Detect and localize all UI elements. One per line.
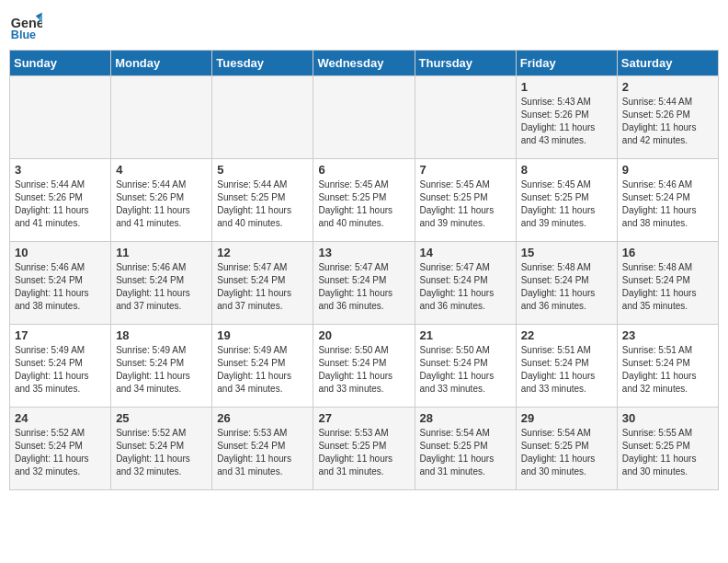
- day-number: 28: [420, 411, 511, 425]
- day-info: Sunrise: 5:50 AM Sunset: 5:24 PM Dayligh…: [318, 344, 409, 396]
- calendar-cell: 10Sunrise: 5:46 AM Sunset: 5:24 PM Dayli…: [10, 242, 111, 325]
- calendar-cell: 22Sunrise: 5:51 AM Sunset: 5:24 PM Dayli…: [516, 325, 617, 408]
- day-info: Sunrise: 5:49 AM Sunset: 5:24 PM Dayligh…: [217, 344, 308, 396]
- calendar-cell: 12Sunrise: 5:47 AM Sunset: 5:24 PM Dayli…: [212, 242, 313, 325]
- calendar-cell: [415, 76, 516, 159]
- header: General Blue: [9, 9, 719, 42]
- day-number: 8: [521, 163, 612, 177]
- day-number: 12: [217, 246, 308, 259]
- col-header-wednesday: Wednesday: [313, 51, 415, 76]
- day-number: 6: [318, 163, 409, 177]
- calendar-cell: 14Sunrise: 5:47 AM Sunset: 5:24 PM Dayli…: [415, 242, 516, 325]
- day-info: Sunrise: 5:46 AM Sunset: 5:24 PM Dayligh…: [116, 261, 207, 313]
- calendar-cell: 30Sunrise: 5:55 AM Sunset: 5:25 PM Dayli…: [617, 408, 718, 490]
- calendar-cell: 25Sunrise: 5:52 AM Sunset: 5:24 PM Dayli…: [111, 408, 212, 490]
- calendar-cell: 27Sunrise: 5:53 AM Sunset: 5:25 PM Dayli…: [313, 408, 415, 490]
- calendar-cell: 2Sunrise: 5:44 AM Sunset: 5:26 PM Daylig…: [617, 76, 718, 159]
- day-number: 16: [622, 246, 713, 259]
- day-info: Sunrise: 5:54 AM Sunset: 5:25 PM Dayligh…: [521, 427, 612, 478]
- calendar-cell: 18Sunrise: 5:49 AM Sunset: 5:24 PM Dayli…: [111, 325, 212, 408]
- day-number: 4: [116, 163, 207, 177]
- day-number: 22: [521, 328, 612, 342]
- day-number: 11: [116, 246, 207, 259]
- day-number: 26: [217, 411, 308, 425]
- day-info: Sunrise: 5:44 AM Sunset: 5:26 PM Dayligh…: [15, 178, 106, 230]
- col-header-sunday: Sunday: [10, 51, 111, 76]
- calendar-table: SundayMondayTuesdayWednesdayThursdayFrid…: [9, 50, 719, 490]
- day-info: Sunrise: 5:51 AM Sunset: 5:24 PM Dayligh…: [622, 344, 713, 396]
- calendar-cell: 28Sunrise: 5:54 AM Sunset: 5:25 PM Dayli…: [415, 408, 516, 490]
- day-number: 29: [521, 411, 612, 425]
- day-number: 14: [420, 246, 511, 259]
- day-number: 25: [116, 411, 207, 425]
- col-header-monday: Monday: [111, 51, 212, 76]
- col-header-saturday: Saturday: [617, 51, 718, 76]
- calendar-cell: [111, 76, 212, 159]
- day-info: Sunrise: 5:51 AM Sunset: 5:24 PM Dayligh…: [521, 344, 612, 396]
- day-info: Sunrise: 5:44 AM Sunset: 5:26 PM Dayligh…: [622, 96, 713, 147]
- day-number: 30: [622, 411, 713, 425]
- calendar-cell: 16Sunrise: 5:48 AM Sunset: 5:24 PM Dayli…: [617, 242, 718, 325]
- calendar-cell: 17Sunrise: 5:49 AM Sunset: 5:24 PM Dayli…: [10, 325, 111, 408]
- col-header-thursday: Thursday: [415, 51, 516, 76]
- calendar-cell: 13Sunrise: 5:47 AM Sunset: 5:24 PM Dayli…: [313, 242, 415, 325]
- calendar-cell: 20Sunrise: 5:50 AM Sunset: 5:24 PM Dayli…: [313, 325, 415, 408]
- day-info: Sunrise: 5:54 AM Sunset: 5:25 PM Dayligh…: [420, 427, 511, 478]
- calendar-cell: 1Sunrise: 5:43 AM Sunset: 5:26 PM Daylig…: [516, 76, 617, 159]
- calendar-cell: 7Sunrise: 5:45 AM Sunset: 5:25 PM Daylig…: [415, 159, 516, 242]
- day-info: Sunrise: 5:45 AM Sunset: 5:25 PM Dayligh…: [318, 178, 409, 230]
- calendar-cell: 9Sunrise: 5:46 AM Sunset: 5:24 PM Daylig…: [617, 159, 718, 242]
- day-info: Sunrise: 5:53 AM Sunset: 5:25 PM Dayligh…: [318, 427, 409, 478]
- day-info: Sunrise: 5:49 AM Sunset: 5:24 PM Dayligh…: [15, 344, 106, 396]
- calendar-cell: 5Sunrise: 5:44 AM Sunset: 5:25 PM Daylig…: [212, 159, 313, 242]
- day-number: 1: [521, 80, 612, 94]
- day-number: 13: [318, 246, 409, 259]
- day-number: 7: [420, 163, 511, 177]
- calendar-cell: 3Sunrise: 5:44 AM Sunset: 5:26 PM Daylig…: [10, 159, 111, 242]
- day-info: Sunrise: 5:53 AM Sunset: 5:24 PM Dayligh…: [217, 427, 308, 478]
- day-info: Sunrise: 5:45 AM Sunset: 5:25 PM Dayligh…: [521, 178, 612, 230]
- day-info: Sunrise: 5:52 AM Sunset: 5:24 PM Dayligh…: [116, 427, 207, 478]
- day-number: 10: [15, 246, 106, 259]
- calendar-cell: [212, 76, 313, 159]
- day-number: 5: [217, 163, 308, 177]
- calendar-cell: [313, 76, 415, 159]
- calendar-cell: 4Sunrise: 5:44 AM Sunset: 5:26 PM Daylig…: [111, 159, 212, 242]
- day-info: Sunrise: 5:47 AM Sunset: 5:24 PM Dayligh…: [420, 261, 511, 313]
- day-number: 18: [116, 328, 207, 342]
- day-info: Sunrise: 5:48 AM Sunset: 5:24 PM Dayligh…: [622, 261, 713, 313]
- day-number: 24: [15, 411, 106, 425]
- calendar-cell: 24Sunrise: 5:52 AM Sunset: 5:24 PM Dayli…: [10, 408, 111, 490]
- logo: General Blue: [9, 9, 46, 42]
- day-info: Sunrise: 5:44 AM Sunset: 5:26 PM Dayligh…: [116, 178, 207, 230]
- svg-text:Blue: Blue: [11, 29, 36, 41]
- day-info: Sunrise: 5:44 AM Sunset: 5:25 PM Dayligh…: [217, 178, 308, 230]
- day-info: Sunrise: 5:50 AM Sunset: 5:24 PM Dayligh…: [420, 344, 511, 396]
- calendar-cell: 15Sunrise: 5:48 AM Sunset: 5:24 PM Dayli…: [516, 242, 617, 325]
- calendar-cell: [10, 76, 111, 159]
- calendar-cell: 29Sunrise: 5:54 AM Sunset: 5:25 PM Dayli…: [516, 408, 617, 490]
- day-info: Sunrise: 5:46 AM Sunset: 5:24 PM Dayligh…: [622, 178, 713, 230]
- day-number: 20: [318, 328, 409, 342]
- day-info: Sunrise: 5:55 AM Sunset: 5:25 PM Dayligh…: [622, 427, 713, 478]
- col-header-tuesday: Tuesday: [212, 51, 313, 76]
- calendar-cell: 26Sunrise: 5:53 AM Sunset: 5:24 PM Dayli…: [212, 408, 313, 490]
- day-info: Sunrise: 5:52 AM Sunset: 5:24 PM Dayligh…: [15, 427, 106, 478]
- calendar-cell: 21Sunrise: 5:50 AM Sunset: 5:24 PM Dayli…: [415, 325, 516, 408]
- day-number: 9: [622, 163, 713, 177]
- day-number: 2: [622, 80, 713, 94]
- day-number: 15: [521, 246, 612, 259]
- logo-icon: General Blue: [9, 9, 42, 42]
- day-number: 21: [420, 328, 511, 342]
- calendar-cell: 6Sunrise: 5:45 AM Sunset: 5:25 PM Daylig…: [313, 159, 415, 242]
- calendar-cell: 19Sunrise: 5:49 AM Sunset: 5:24 PM Dayli…: [212, 325, 313, 408]
- day-info: Sunrise: 5:43 AM Sunset: 5:26 PM Dayligh…: [521, 96, 612, 147]
- calendar-cell: 11Sunrise: 5:46 AM Sunset: 5:24 PM Dayli…: [111, 242, 212, 325]
- day-info: Sunrise: 5:49 AM Sunset: 5:24 PM Dayligh…: [116, 344, 207, 396]
- day-number: 19: [217, 328, 308, 342]
- day-number: 3: [15, 163, 106, 177]
- calendar-cell: 8Sunrise: 5:45 AM Sunset: 5:25 PM Daylig…: [516, 159, 617, 242]
- day-number: 27: [318, 411, 409, 425]
- day-info: Sunrise: 5:46 AM Sunset: 5:24 PM Dayligh…: [15, 261, 106, 313]
- day-info: Sunrise: 5:47 AM Sunset: 5:24 PM Dayligh…: [318, 261, 409, 313]
